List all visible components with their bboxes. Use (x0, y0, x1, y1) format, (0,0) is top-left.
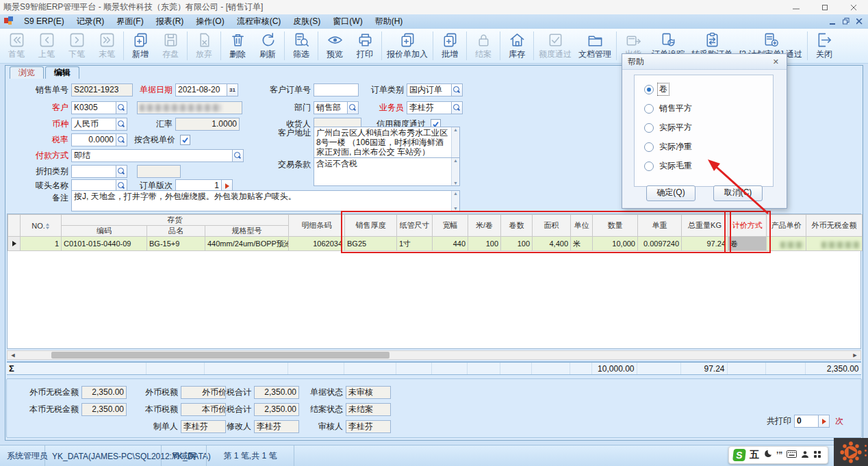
scrollbar-thumb[interactable] (51, 352, 390, 359)
radio-icon[interactable] (644, 123, 654, 133)
scroll-up-icon[interactable]: ▲ (453, 158, 458, 163)
cell-thickness[interactable]: BG25 (345, 237, 397, 251)
col-group-header[interactable]: 存货 (62, 215, 289, 226)
col-header-unit[interactable]: 单位 (571, 215, 593, 237)
col-header-tube[interactable]: 纸管尺寸 (397, 215, 433, 237)
cell-qty[interactable]: 10,000 (593, 237, 638, 251)
tax-rate-input[interactable]: 0.0000 (71, 133, 116, 146)
radio-option-3[interactable]: 实际净重 (644, 142, 773, 152)
more-dots-icon[interactable]: ••• (864, 443, 867, 458)
department-input[interactable]: 销售部 (314, 101, 348, 114)
close-button[interactable] (839, 0, 868, 14)
sogou-logo-icon[interactable]: S (732, 449, 746, 461)
scroll-up-icon[interactable]: ▲ (453, 191, 458, 196)
ime-mode-label[interactable]: 五 (750, 449, 759, 461)
lookup-icon[interactable] (116, 165, 127, 178)
col-header-name[interactable]: 品名 (147, 226, 205, 237)
cell-amount[interactable] (806, 237, 863, 251)
horizontal-scrollbar[interactable]: ◄ ► (7, 350, 861, 360)
cell-no[interactable]: 1 (21, 237, 62, 251)
print-count-input[interactable]: 0 (794, 415, 819, 428)
menu-item-6[interactable]: 皮肤(S) (287, 14, 327, 29)
col-header-price_mode[interactable]: 计价方式 (728, 215, 767, 237)
ime-toolbar[interactable]: S 五 ’” (728, 446, 828, 464)
col-header-unit_weight[interactable]: 单重 (638, 215, 682, 237)
toolbar-button-add-doc-4[interactable]: 新增 (125, 29, 155, 63)
radio-icon[interactable] (644, 161, 654, 171)
radio-icon[interactable] (644, 104, 654, 114)
tab-edit[interactable]: 编辑 (45, 66, 79, 79)
calendar-icon[interactable]: 31 (227, 83, 238, 96)
radio-option-2[interactable]: 实际平方 (644, 122, 773, 133)
tab-browse[interactable]: 浏览 (10, 66, 44, 79)
lookup-icon[interactable] (233, 149, 244, 162)
menu-item-2[interactable]: 界面(F) (110, 14, 149, 29)
ok-button[interactable]: 确定(Q) (646, 185, 695, 201)
user-icon[interactable] (801, 450, 809, 461)
menu-item-0[interactable]: S9 ERP(E) (18, 14, 71, 29)
scroll-right-icon[interactable]: ► (850, 352, 860, 359)
cell-unit[interactable]: 米 (571, 237, 593, 251)
radio-icon[interactable] (644, 85, 654, 94)
toolbox-grid-icon[interactable] (813, 450, 821, 461)
cell-width[interactable]: 440 (433, 237, 468, 251)
cell-total_kg[interactable]: 97.24 (682, 237, 728, 251)
customer-order-no-input[interactable] (314, 83, 359, 96)
mdi-restore-icon[interactable] (843, 17, 850, 27)
cell-unit_price[interactable] (767, 237, 806, 251)
menu-item-5[interactable]: 流程审核(C) (231, 14, 288, 29)
menu-item-7[interactable]: 窗口(W) (327, 14, 368, 29)
exchange-rate-input[interactable]: 1.0000 (175, 118, 240, 131)
cell-code[interactable]: C0101-015-0440-09 (62, 237, 147, 251)
keyboard-icon[interactable] (787, 450, 797, 460)
lookup-icon[interactable] (452, 83, 463, 96)
spinner-icon[interactable] (819, 415, 830, 428)
toolbar-button-add-doc-12[interactable]: 报价单加入 (383, 29, 431, 63)
lookup-icon[interactable] (452, 101, 463, 114)
toolbar-button-printer-11[interactable]: 打印 (350, 29, 380, 63)
dialog-close-icon[interactable]: ✕ (771, 57, 781, 66)
col-header-total_kg[interactable]: 总重量KG (682, 215, 728, 237)
maximize-button[interactable] (810, 0, 839, 14)
order-type-input[interactable]: 国内订单 (407, 83, 452, 96)
col-header-unit_price[interactable]: 产品单价 (767, 215, 806, 237)
cell-tube[interactable]: 1寸 (397, 237, 433, 251)
cell-unit_weight[interactable]: 0.0097240 (638, 237, 682, 251)
scrollbar[interactable]: ▲▼ (451, 158, 459, 185)
cell-price_mode[interactable]: 卷 (728, 237, 767, 251)
radio-option-0[interactable]: 卷 (644, 84, 773, 94)
corner-app-logo[interactable]: ••• (834, 438, 868, 466)
doc-date-input[interactable]: 2021-08-20 (175, 83, 227, 96)
moon-icon[interactable] (763, 450, 772, 461)
help-dialog-titlebar[interactable]: 帮助 ✕ (622, 54, 787, 70)
salesman-input[interactable]: 李桂芬 (407, 101, 452, 114)
menu-item-3[interactable]: 报表(R) (150, 14, 190, 29)
table-row[interactable]: 1C0101-015-0440-09BG-15+9440mm/24um/BOPP… (8, 237, 863, 251)
punctuation-icon[interactable]: ’” (776, 450, 782, 460)
scroll-up-icon[interactable]: ▲ (453, 127, 458, 132)
radio-option-1[interactable]: 销售平方 (644, 103, 773, 114)
toolbar-button-eye-10[interactable]: 预览 (320, 29, 350, 63)
lookup-icon[interactable] (116, 133, 127, 146)
cell-m_per_roll[interactable]: 100 (468, 237, 501, 251)
menu-item-8[interactable]: 帮助(H) (369, 14, 409, 29)
discount-type-input[interactable] (71, 165, 116, 178)
toolbar-button-filter-doc-9[interactable]: 筛选 (286, 29, 316, 63)
minimize-button[interactable] (782, 0, 810, 14)
lookup-icon[interactable] (348, 101, 359, 114)
menu-item-1[interactable]: 记录(R) (71, 14, 111, 29)
radio-icon[interactable] (644, 142, 654, 152)
scroll-down-icon[interactable]: ▼ (453, 181, 458, 185)
lookup-icon[interactable] (116, 101, 127, 114)
col-header-thickness[interactable]: 销售厚度 (345, 215, 397, 237)
cell-rolls[interactable]: 100 (501, 237, 533, 251)
toolbar-button-trash-7[interactable]: 删除 (222, 29, 253, 63)
cell-spec[interactable]: 440mm/24um/BOPP预涂... (205, 237, 289, 251)
sales-no-input[interactable]: S2021-1923 (71, 83, 133, 96)
cell-area[interactable]: 4,400 (533, 237, 571, 251)
toolbar-button-house-15[interactable]: 库存 (502, 29, 532, 63)
radio-option-4[interactable]: 实际毛重 (644, 161, 773, 171)
cancel-button[interactable]: 取消(C) (713, 185, 763, 201)
toolbar-button-refresh-8[interactable]: 刷新 (253, 29, 283, 63)
col-header-width[interactable]: 宽幅 (433, 215, 468, 237)
